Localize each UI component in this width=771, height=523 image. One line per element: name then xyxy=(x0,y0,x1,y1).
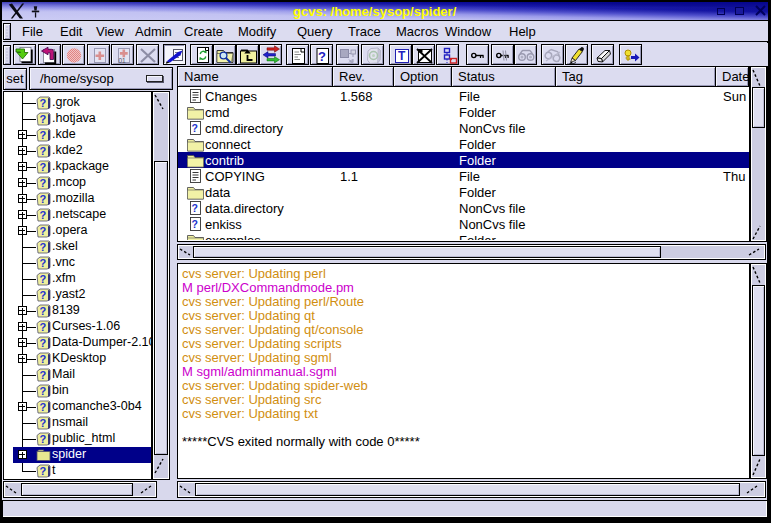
svg-text:?: ? xyxy=(40,224,47,236)
svg-text:?: ? xyxy=(40,208,47,220)
svg-text:?: ? xyxy=(40,112,47,124)
svg-text:?: ? xyxy=(192,122,198,134)
svg-text:?: ? xyxy=(40,272,47,284)
svg-text:?: ? xyxy=(40,176,47,188)
svg-text:?: ? xyxy=(40,384,47,396)
svg-text:?: ? xyxy=(40,464,47,476)
svg-text:?: ? xyxy=(40,96,47,108)
svg-text:?: ? xyxy=(40,288,47,300)
svg-text:?: ? xyxy=(40,144,47,156)
svg-text:?: ? xyxy=(40,192,47,204)
svg-text:?: ? xyxy=(192,218,198,230)
svg-text:?: ? xyxy=(40,336,47,348)
svg-text:?: ? xyxy=(40,160,47,172)
svg-text:?: ? xyxy=(40,368,47,380)
svg-text:?: ? xyxy=(40,304,47,316)
svg-text:?: ? xyxy=(40,400,47,412)
svg-text:?: ? xyxy=(40,320,47,332)
svg-text:?: ? xyxy=(40,128,47,140)
svg-text:T: T xyxy=(398,49,406,63)
svg-text:?: ? xyxy=(318,48,326,63)
svg-text:?: ? xyxy=(40,416,47,428)
svg-text:?: ? xyxy=(40,352,47,364)
svg-text:?: ? xyxy=(192,202,198,214)
svg-text:?: ? xyxy=(40,240,47,252)
svg-text:01: 01 xyxy=(118,56,126,63)
svg-text:?: ? xyxy=(40,432,47,444)
svg-text:?: ? xyxy=(40,256,47,268)
